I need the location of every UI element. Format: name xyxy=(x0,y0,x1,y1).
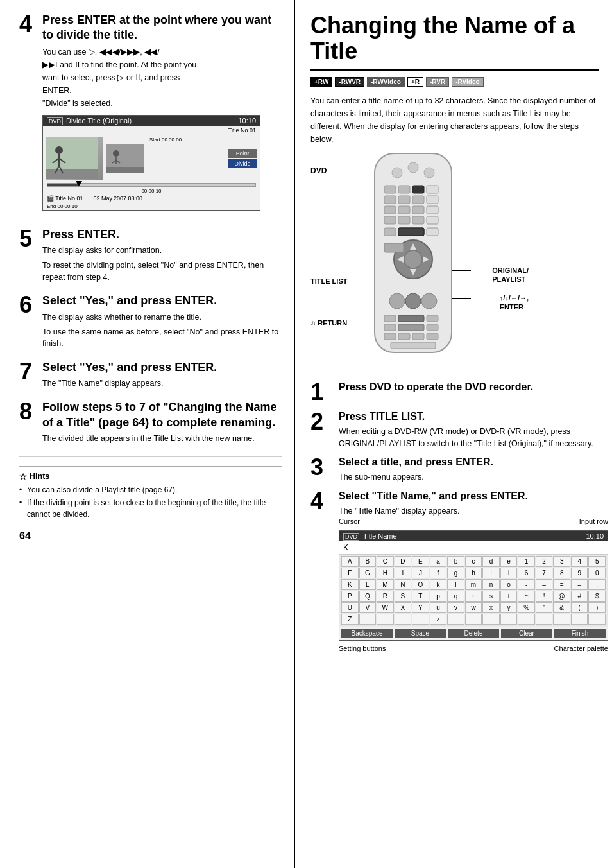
btn-delete[interactable]: Delete xyxy=(448,629,499,638)
divide-btn[interactable]: Divide xyxy=(228,159,257,168)
char-cell[interactable]: ! xyxy=(536,591,553,602)
step-5-body1: The display asks for confirmation. xyxy=(42,245,282,257)
btn-clear[interactable]: Clear xyxy=(501,629,552,638)
step-4-content: Press ENTER at the point where you want … xyxy=(42,13,282,220)
char-cell[interactable]: B xyxy=(359,556,377,567)
char-cell[interactable]: " xyxy=(536,602,553,613)
char-cell[interactable]: 2 xyxy=(536,556,553,567)
char-cell[interactable]: Q xyxy=(359,591,377,602)
char-cell[interactable]: – xyxy=(536,579,553,590)
char-cell[interactable]: W xyxy=(377,602,394,613)
char-cell[interactable]: x xyxy=(482,602,500,613)
char-cell[interactable]: I xyxy=(395,568,412,578)
char-cell[interactable]: $ xyxy=(588,591,606,602)
char-cell[interactable]: b xyxy=(447,556,464,567)
char-cell[interactable]: F xyxy=(341,568,359,578)
char-cell[interactable]: 4 xyxy=(571,556,588,567)
char-cell[interactable]: . xyxy=(588,579,606,590)
char-cell[interactable]: s xyxy=(482,591,500,602)
char-cell[interactable]: a xyxy=(430,556,447,567)
char-cell[interactable]: ) xyxy=(588,602,606,613)
char-cell[interactable]: R xyxy=(377,591,394,602)
char-cell[interactable]: c xyxy=(465,556,482,567)
char-cell[interactable]: v xyxy=(447,602,464,613)
char-cell[interactable]: H xyxy=(377,568,394,578)
char-cell[interactable]: 5 xyxy=(588,556,606,567)
char-cell[interactable]: K xyxy=(341,579,359,590)
char-cell[interactable]: - xyxy=(518,579,535,590)
btn-finish[interactable]: Finish xyxy=(554,629,606,638)
char-cell[interactable]: h xyxy=(465,568,482,578)
char-cell[interactable]: f xyxy=(430,568,447,578)
char-cell[interactable]: r xyxy=(465,591,482,602)
screen-bottom-labels: Setting buttons Character palette xyxy=(339,645,608,652)
char-cell[interactable]: L xyxy=(359,579,377,590)
char-cell[interactable]: P xyxy=(341,591,359,602)
char-cell[interactable]: G xyxy=(359,568,377,578)
char-cell[interactable]: 8 xyxy=(553,568,570,578)
char-cell[interactable]: t xyxy=(500,591,518,602)
char-cell[interactable]: l xyxy=(447,579,464,590)
char-cell[interactable]: = xyxy=(553,579,570,590)
char-cell[interactable]: A xyxy=(341,556,359,567)
char-cell[interactable]: M xyxy=(377,579,394,590)
char-cell[interactable]: # xyxy=(571,591,588,602)
char-cell[interactable]: g xyxy=(447,568,464,578)
char-cell[interactable]: i xyxy=(500,568,518,578)
char-cell[interactable]: X xyxy=(395,602,412,613)
btn-backspace[interactable]: Backspace xyxy=(341,629,393,638)
char-cell[interactable]: S xyxy=(395,591,412,602)
hints-list: You can also divide a Playlist title (pa… xyxy=(19,484,282,520)
svg-point-16 xyxy=(408,162,418,173)
char-cell[interactable]: J xyxy=(412,568,429,578)
char-cell[interactable]: D xyxy=(395,556,412,567)
char-grid-container: ABCDEabcde12345FGHIJfghii67890KLMNOklmno… xyxy=(339,555,608,627)
step-8-body: The divided title appears in the Title L… xyxy=(42,433,282,445)
point-btn[interactable]: Point xyxy=(228,149,257,158)
char-cell[interactable]: 0 xyxy=(588,568,606,578)
right-step-2: 2 Press TITLE LIST. When editing a DVD-R… xyxy=(310,410,599,449)
char-cell[interactable]: 1 xyxy=(518,556,535,567)
char-cell[interactable]: C xyxy=(377,556,394,567)
badge-rvideo: -RVideo xyxy=(452,77,483,87)
char-cell[interactable]: 6 xyxy=(518,568,535,578)
char-cell[interactable]: Y xyxy=(412,602,429,613)
page: 4 Press ENTER at the point where you wan… xyxy=(0,0,612,868)
char-cell[interactable]: m xyxy=(465,579,482,590)
char-cell[interactable]: e xyxy=(500,556,518,567)
char-cell[interactable]: y xyxy=(500,602,518,613)
char-cell[interactable]: N xyxy=(395,579,412,590)
char-cell[interactable]: n xyxy=(482,579,500,590)
char-cell[interactable]: q xyxy=(447,591,464,602)
char-cell[interactable]: d xyxy=(482,556,500,567)
right-step-4-content: Select "Title Name," and press ENTER. Th… xyxy=(339,490,608,652)
char-cell[interactable]: T xyxy=(412,591,429,602)
step-6-body1: The display asks whether to rename the t… xyxy=(42,311,282,324)
char-cell[interactable]: 3 xyxy=(553,556,570,567)
char-cell[interactable]: ( xyxy=(571,602,588,613)
char-cell[interactable]: 7 xyxy=(536,568,553,578)
char-cell[interactable]: u xyxy=(430,602,447,613)
char-cell[interactable]: V xyxy=(359,602,377,613)
char-cell[interactable]: 9 xyxy=(571,568,588,578)
btn-space[interactable]: Space xyxy=(395,629,446,638)
char-cell[interactable]: & xyxy=(553,602,570,613)
char-cell[interactable]: U xyxy=(341,602,359,613)
page-number: 64 xyxy=(19,530,282,542)
char-cell[interactable]: % xyxy=(518,602,535,613)
svg-rect-53 xyxy=(384,333,396,340)
cursor-label: Cursor xyxy=(339,517,360,525)
section-divider xyxy=(19,456,282,457)
char-cell[interactable]: ~ xyxy=(518,591,535,602)
char-cell[interactable]: k xyxy=(430,579,447,590)
char-cell[interactable]: Z xyxy=(341,614,359,625)
char-cell[interactable]: i xyxy=(482,568,500,578)
char-cell[interactable]: O xyxy=(412,579,429,590)
char-cell[interactable]: w xyxy=(465,602,482,613)
char-cell[interactable]: @ xyxy=(553,591,570,602)
char-cell[interactable]: E xyxy=(412,556,429,567)
char-cell[interactable]: – xyxy=(571,579,588,590)
char-cell[interactable]: p xyxy=(430,591,447,602)
char-cell[interactable]: z xyxy=(430,614,447,625)
char-cell[interactable]: o xyxy=(500,579,518,590)
